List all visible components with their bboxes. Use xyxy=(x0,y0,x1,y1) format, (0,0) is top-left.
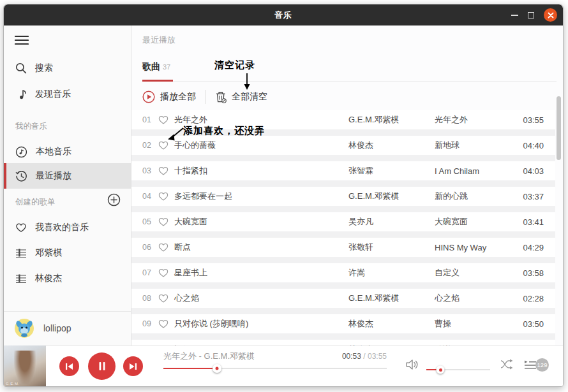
tab-label: 歌曲 xyxy=(142,61,160,71)
song-number: 05 xyxy=(142,217,151,226)
search-icon xyxy=(15,62,27,74)
player-bar: G.E.M. 光年之外 - G.E.M.邓紫棋 00:53 / 03:55 xyxy=(4,345,563,386)
song-title: 大碗宽面 xyxy=(174,216,207,228)
hamburger-menu-icon[interactable] xyxy=(15,35,29,48)
song-row[interactable]: 05 大碗宽面 吴亦凡 大碗宽面 03:41 xyxy=(131,212,555,231)
song-duration: 03:58 xyxy=(523,268,544,278)
sidebar-item-label: 本地音乐 xyxy=(36,146,71,157)
song-duration: 03:50 xyxy=(523,319,544,329)
song-album: 心之焰 xyxy=(435,293,460,304)
shuffle-button[interactable] xyxy=(500,359,514,372)
sidebar-item-recent-played[interactable]: 最近播放 xyxy=(4,163,131,189)
album-art[interactable]: G.E.M. xyxy=(4,345,46,387)
speaker-icon xyxy=(405,359,419,370)
tab-songs[interactable]: 歌曲37 xyxy=(142,61,170,73)
app-window: 音乐 搜索 发现音乐 我的音乐 本 xyxy=(3,4,564,387)
song-artist: 张敬轩 xyxy=(348,242,373,253)
song-artist: G.E.M.邓紫棋 xyxy=(348,191,399,202)
song-artist: G.E.M.邓紫棋 xyxy=(348,293,399,304)
song-row[interactable]: 07 星座书上 许嵩 自定义 03:58 xyxy=(131,263,555,282)
heart-icon[interactable] xyxy=(158,319,168,329)
song-row[interactable]: 06 断点 张敬轩 HINS My Way 04:29 xyxy=(131,238,555,257)
pause-button[interactable] xyxy=(88,352,116,380)
volume-slider[interactable] xyxy=(426,369,490,370)
song-row[interactable]: 03 十指紧扣 张智霖 I Am Chilam 04:03 xyxy=(131,161,555,180)
progress-knob[interactable] xyxy=(213,364,221,373)
sidebar-item-discover[interactable]: 发现音乐 xyxy=(4,85,131,104)
volume-knob[interactable] xyxy=(437,366,445,374)
song-row[interactable]: 10 记得 林俊杰 她说 04:47 xyxy=(131,340,555,345)
sidebar-item-playlist-gem[interactable]: 邓紫棋 xyxy=(4,243,131,263)
song-duration: 03:41 xyxy=(523,217,544,227)
actions-separator xyxy=(206,90,206,104)
next-button[interactable] xyxy=(123,356,143,376)
play-all-label: 播放全部 xyxy=(160,91,196,103)
history-icon xyxy=(15,170,27,182)
previous-button[interactable] xyxy=(59,356,79,376)
heart-icon[interactable] xyxy=(158,115,168,125)
scrollbar[interactable] xyxy=(557,96,561,160)
volume-button[interactable] xyxy=(405,359,419,373)
sidebar-item-label: 搜索 xyxy=(35,62,53,74)
song-title: 心之焰 xyxy=(174,293,199,304)
song-row[interactable]: 04 多远都要在一起 G.E.M.邓紫棋 新的心跳 03:37 xyxy=(131,187,555,206)
clear-all-button[interactable]: 全部清空 xyxy=(216,91,267,103)
song-row[interactable]: 02 手心的蔷薇 林俊杰 新地球 04:40 xyxy=(131,136,555,155)
song-row[interactable]: 08 心之焰 G.E.M.邓紫棋 心之焰 02:28 xyxy=(131,289,555,308)
section-my-music: 我的音乐 xyxy=(15,121,47,132)
progress-bar[interactable] xyxy=(163,368,387,369)
sidebar-item-label: 邓紫棋 xyxy=(35,247,62,259)
song-artist: 林俊杰 xyxy=(348,318,373,330)
tab-active-underline xyxy=(142,80,173,82)
sidebar-item-liked-music[interactable]: 我喜欢的音乐 xyxy=(4,218,131,237)
sidebar-item-local-music[interactable]: 本地音乐 xyxy=(4,142,131,161)
trash-icon xyxy=(216,91,227,103)
sidebar-item-playlist-jj[interactable]: 林俊杰 xyxy=(4,269,131,288)
song-album: I Am Chilam xyxy=(435,166,479,176)
user-profile[interactable]: lollipop xyxy=(14,318,71,338)
heart-icon[interactable] xyxy=(158,166,168,176)
song-title: 断点 xyxy=(174,242,191,253)
annotation-arrow-down xyxy=(242,73,252,91)
album-art-caption: G.E.M. xyxy=(6,382,20,386)
play-all-button[interactable]: 播放全部 xyxy=(142,91,196,103)
playlist-icon xyxy=(15,249,27,258)
maximize-icon[interactable] xyxy=(528,12,534,18)
queue-count-badge[interactable]: 129 xyxy=(535,358,549,372)
username: lollipop xyxy=(43,323,71,333)
heart-icon[interactable] xyxy=(158,217,168,227)
song-artist: 林俊杰 xyxy=(348,140,373,151)
now-playing-title: 光年之外 - G.E.M.邓紫棋 xyxy=(163,351,255,362)
window-title: 音乐 xyxy=(274,10,292,21)
song-artist: 许嵩 xyxy=(348,267,365,279)
window-controls xyxy=(511,4,557,25)
main-panel: 最近播放 歌曲37 播放全部 全部清空 01 光年之外 xyxy=(131,25,563,345)
pause-icon xyxy=(98,361,107,371)
sidebar-item-search[interactable]: 搜索 xyxy=(4,59,131,78)
sidebar-divider xyxy=(4,311,131,312)
shuffle-icon xyxy=(500,359,514,370)
heart-icon[interactable] xyxy=(158,268,168,278)
annotation-clear-history: 清空记录 xyxy=(214,59,255,71)
heart-icon[interactable] xyxy=(158,192,168,201)
heart-icon[interactable] xyxy=(158,243,168,252)
album-art-figure xyxy=(14,351,36,384)
song-artist: 吴亦凡 xyxy=(348,216,373,228)
tab-divider xyxy=(142,81,557,82)
heart-icon[interactable] xyxy=(158,294,168,303)
music-note-icon xyxy=(15,89,27,100)
playlist-icon xyxy=(15,274,27,284)
section-created-playlists: 创建的歌单 xyxy=(15,197,56,208)
previous-icon xyxy=(65,363,73,370)
song-album: HINS My Way xyxy=(435,243,486,252)
song-artist: G.E.M.邓紫棋 xyxy=(348,114,399,126)
heart-icon xyxy=(15,222,27,233)
add-playlist-button[interactable] xyxy=(107,193,121,209)
song-album: 大碗宽面 xyxy=(435,216,468,228)
titlebar[interactable]: 音乐 xyxy=(4,4,563,25)
minimize-icon[interactable] xyxy=(511,15,518,16)
close-icon[interactable] xyxy=(544,8,557,22)
sidebar-item-label: 发现音乐 xyxy=(35,89,71,100)
song-album: 光年之外 xyxy=(435,114,468,126)
song-row[interactable]: 09 只对你说 (莎朗嘿唷) 林俊杰 曹操 03:50 xyxy=(131,314,555,333)
